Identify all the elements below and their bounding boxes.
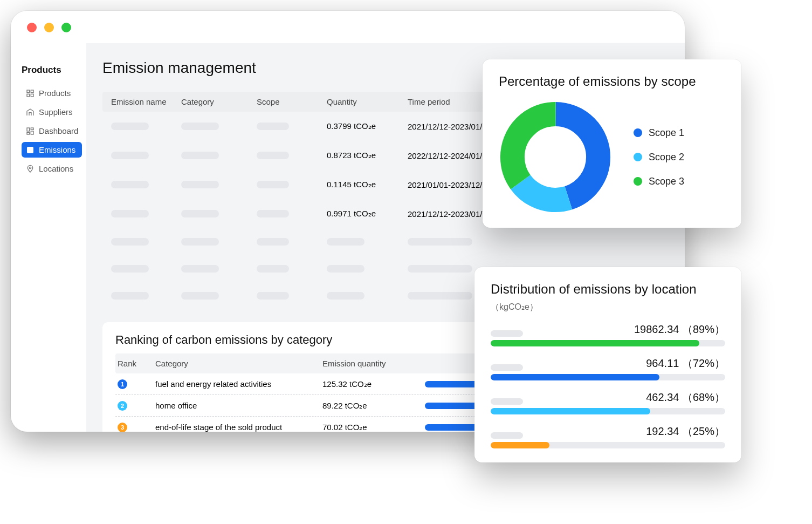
- distribution-title: Distribution of emissions by location （k…: [491, 281, 725, 314]
- progress-track: [491, 408, 725, 414]
- cell-category: home office: [155, 401, 317, 410]
- distribution-percent: （72%）: [682, 357, 725, 369]
- skeleton-cell: [181, 123, 219, 130]
- legend-dot-icon: [634, 128, 642, 137]
- progress-track: [491, 374, 725, 380]
- skeleton-cell: [111, 152, 149, 159]
- skeleton-label: [491, 330, 523, 337]
- donut-title: Percentage of emissions by scope: [499, 73, 725, 90]
- cell-quantity: 0.1145 tCO₂e: [327, 180, 408, 189]
- progress-fill: [491, 408, 650, 414]
- donut-chart: [499, 100, 612, 214]
- progress-fill: [491, 340, 699, 346]
- sidebar-item-dashboard[interactable]: Dashboard: [22, 123, 82, 139]
- skeleton-label: [491, 398, 523, 405]
- location-pin-icon: [26, 165, 35, 173]
- skeleton-cell: [111, 123, 149, 130]
- sidebar-item-label: Emissions: [39, 145, 75, 154]
- sidebar-item-emissions[interactable]: Emissions: [22, 142, 82, 158]
- skeleton-cell: [327, 292, 364, 300]
- col-header-category: Category: [155, 359, 317, 368]
- svg-rect-3: [31, 94, 33, 97]
- skeleton-cell: [111, 292, 149, 300]
- skeleton-cell: [111, 265, 149, 273]
- legend-dot-icon: [634, 153, 642, 161]
- progress-track: [491, 340, 725, 346]
- svg-rect-5: [31, 128, 33, 130]
- window-zoom-button[interactable]: [61, 23, 71, 32]
- skeleton-cell: [111, 210, 149, 217]
- distribution-title-main: Distribution of emissions by location: [491, 282, 697, 296]
- sidebar-title: Products: [22, 65, 82, 76]
- distribution-percent: （25%）: [682, 425, 725, 437]
- window-minimize-button[interactable]: [44, 23, 54, 32]
- sidebar-item-label: Products: [39, 89, 71, 98]
- grid-icon: [26, 89, 35, 98]
- rank-badge: 2: [118, 401, 127, 411]
- skeleton-cell: [257, 123, 289, 130]
- skeleton-cell: [181, 292, 219, 300]
- svg-rect-7: [27, 132, 30, 134]
- cell-quantity: 70.02 tCO₂e: [322, 423, 419, 432]
- distribution-row: 19862.34 （89%）: [491, 322, 725, 346]
- sidebar-item-label: Dashboard: [39, 126, 78, 135]
- sidebar-item-products[interactable]: Products: [22, 85, 82, 101]
- svg-rect-1: [31, 90, 33, 93]
- table-row[interactable]: [102, 228, 669, 255]
- rank-badge: 3: [118, 423, 127, 432]
- warehouse-icon: [26, 108, 35, 117]
- skeleton-cell: [257, 210, 289, 217]
- scope-donut-card: Percentage of emissions by scope Scope 1…: [483, 59, 741, 228]
- cell-category: fuel and energy related activities: [155, 379, 317, 389]
- skeleton-cell: [408, 265, 472, 273]
- skeleton-cell: [181, 265, 219, 273]
- legend-item: Scope 2: [634, 152, 684, 163]
- skeleton-cell: [111, 238, 149, 246]
- distribution-value: 462.34 （68%）: [646, 390, 725, 405]
- distribution-row: 462.34 （68%）: [491, 390, 725, 414]
- skeleton-cell: [257, 292, 289, 300]
- progress-fill: [491, 374, 659, 380]
- legend-label: Scope 2: [649, 152, 684, 163]
- skeleton-label: [491, 364, 523, 371]
- sidebar-item-label: Locations: [39, 164, 73, 173]
- skeleton-cell: [257, 181, 289, 188]
- col-header-name: Emission name: [111, 97, 181, 106]
- skeleton-cell: [408, 292, 472, 300]
- col-header-scope: Scope: [257, 97, 327, 106]
- col-header-rank: Rank: [118, 359, 150, 368]
- distribution-value: 964.11 （72%）: [646, 356, 725, 371]
- distribution-value: 19862.34 （89%）: [634, 322, 725, 337]
- cell-quantity: 0.8723 tCO₂e: [327, 151, 408, 160]
- window-controls: [27, 23, 71, 32]
- window-close-button[interactable]: [27, 23, 37, 32]
- legend-label: Scope 3: [649, 176, 684, 187]
- distribution-row: 192.34 （25%）: [491, 424, 725, 448]
- skeleton-cell: [257, 238, 289, 246]
- skeleton-cell: [181, 210, 219, 217]
- sidebar-item-suppliers[interactable]: Suppliers: [22, 104, 82, 120]
- legend-item: Scope 1: [634, 127, 684, 139]
- cell-quantity: 0.9971 tCO₂e: [327, 209, 408, 219]
- rank-badge: 1: [118, 379, 127, 389]
- col-header-quantity: Quantity: [327, 97, 408, 106]
- cell-quantity: 89.22 tCO₂e: [322, 401, 419, 411]
- svg-rect-4: [27, 128, 30, 131]
- progress-track: [491, 442, 725, 448]
- svg-rect-0: [27, 90, 30, 93]
- legend-label: Scope 1: [649, 127, 684, 139]
- donut-legend: Scope 1Scope 2Scope 3: [634, 127, 684, 187]
- svg-point-12: [29, 167, 31, 168]
- svg-rect-6: [31, 131, 33, 134]
- col-header-qty: Emission quantity: [322, 359, 419, 368]
- skeleton-cell: [181, 181, 219, 188]
- sidebar-item-locations[interactable]: Locations: [22, 161, 82, 176]
- cell-category: end-of-life stage of the sold product: [155, 423, 317, 432]
- skeleton-label: [491, 432, 523, 439]
- distribution-card: Distribution of emissions by location （k…: [474, 267, 741, 462]
- col-header-category: Category: [181, 97, 257, 106]
- skeleton-cell: [181, 238, 219, 246]
- distribution-row: 964.11 （72%）: [491, 356, 725, 380]
- skeleton-cell: [408, 238, 472, 246]
- svg-rect-2: [27, 94, 30, 97]
